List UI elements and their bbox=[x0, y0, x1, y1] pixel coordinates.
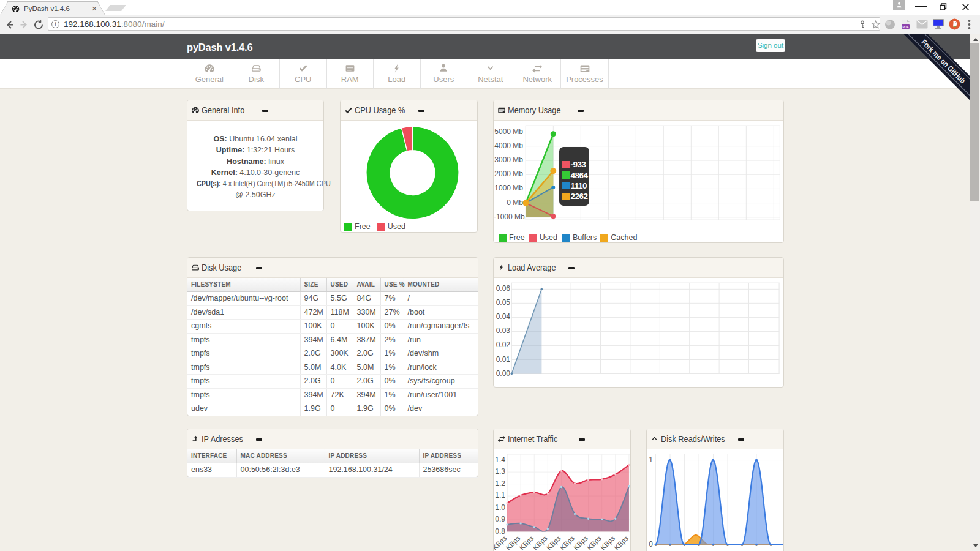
svg-text:KBps: KBps bbox=[586, 534, 603, 551]
svg-text:PDF: PDF bbox=[903, 25, 909, 29]
svg-text:KBps: KBps bbox=[612, 534, 630, 551]
svg-text:KBps: KBps bbox=[532, 534, 549, 551]
svg-text:KBps: KBps bbox=[559, 534, 576, 551]
svg-text:KBps: KBps bbox=[572, 534, 589, 551]
svg-text:KBps: KBps bbox=[505, 534, 522, 551]
svg-text:KBps: KBps bbox=[545, 534, 562, 551]
svg-text:KBps: KBps bbox=[518, 534, 535, 551]
svg-text:KBps: KBps bbox=[599, 534, 616, 551]
